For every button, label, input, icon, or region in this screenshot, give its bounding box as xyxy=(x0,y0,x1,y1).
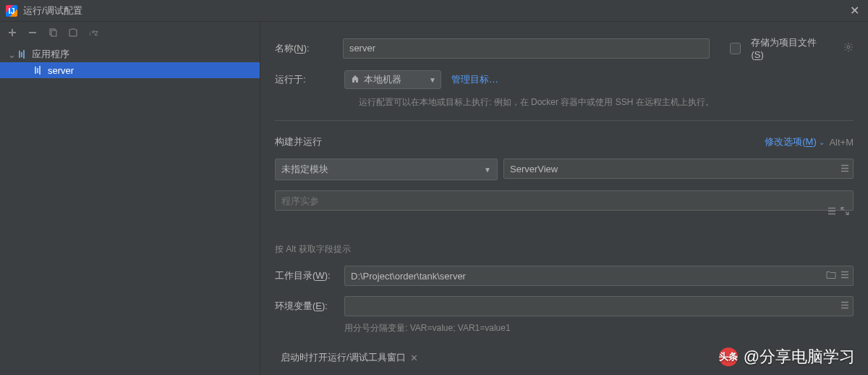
chevron-down-icon: ▼ xyxy=(429,76,436,84)
tree-root-applications[interactable]: ⌄ 应用程序 xyxy=(0,46,260,62)
workdir-input[interactable] xyxy=(344,266,854,286)
list-icon[interactable] xyxy=(827,206,836,217)
workdir-label: 工作目录(W): xyxy=(275,269,334,282)
run-config-icon xyxy=(35,66,45,75)
store-as-file-checkbox[interactable] xyxy=(730,43,741,54)
titlebar: IJ 运行/调试配置 ✕ xyxy=(0,0,868,22)
sidebar-toolbar: ↓ªz xyxy=(0,22,260,43)
watermark-text: @分享电脑学习 xyxy=(744,346,855,368)
divider xyxy=(275,120,854,121)
main-class-input[interactable] xyxy=(503,159,854,179)
app-icon: IJ xyxy=(6,5,17,17)
svg-rect-0 xyxy=(29,32,36,33)
store-as-file-label: 存储为项目文件(S) xyxy=(751,36,827,60)
row-name: 名称(N): 存储为项目文件(S) xyxy=(275,36,854,60)
list-icon[interactable] xyxy=(841,301,849,312)
run-on-hint: 运行配置可以在本地或目标上执行: 例如，在 Docker 容器中或使用 SSH … xyxy=(275,96,854,109)
add-icon[interactable] xyxy=(7,28,17,38)
watermark: 头条 @分享电脑学习 xyxy=(719,346,855,368)
copy-icon[interactable] xyxy=(48,28,58,38)
program-args-wrap xyxy=(275,190,854,233)
tree-item-server[interactable]: server xyxy=(0,62,260,78)
dialog-body: ↓ªz ⌄ 应用程序 server 名称(N): xyxy=(0,22,868,375)
name-input[interactable] xyxy=(343,38,710,59)
home-icon xyxy=(351,75,359,85)
modify-shortcut: Alt+M xyxy=(829,137,854,148)
module-dropdown[interactable]: 未指定模块 ▼ xyxy=(275,159,498,180)
tree-root-label: 应用程序 xyxy=(32,48,69,61)
close-icon[interactable]: ✕ xyxy=(847,4,862,17)
manage-targets-link[interactable]: 管理目标… xyxy=(451,73,498,86)
form-content: 名称(N): 存储为项目文件(S) 运行于: 本地机器 ▼ 管理目标… xyxy=(260,22,868,375)
expand-icon[interactable] xyxy=(841,206,849,217)
open-tool-window-pill[interactable]: 启动时打开运行/调试工具窗口 ✕ xyxy=(275,349,424,366)
module-value: 未指定模块 xyxy=(281,163,328,176)
chevron-down-icon: ⌄ xyxy=(7,49,16,60)
modify-options-link[interactable]: 修改选项(M) ⌄ xyxy=(765,135,825,148)
alt-hint: 按 Alt 获取字段提示 xyxy=(275,243,854,256)
list-icon[interactable] xyxy=(841,164,849,175)
pill-label: 启动时打开运行/调试工具窗口 xyxy=(281,351,406,364)
env-input[interactable] xyxy=(344,296,854,316)
env-hint: 用分号分隔变量: VAR=value; VAR1=value1 xyxy=(275,322,854,334)
run-on-value: 本地机器 xyxy=(364,73,401,86)
list-icon[interactable] xyxy=(841,271,849,282)
row-workdir: 工作目录(W): xyxy=(275,266,854,286)
window-title: 运行/调试配置 xyxy=(23,4,841,17)
chevron-down-icon: ▼ xyxy=(484,166,491,174)
save-icon[interactable] xyxy=(68,28,78,38)
remove-icon[interactable] xyxy=(27,28,38,38)
close-icon[interactable]: ✕ xyxy=(410,353,418,363)
config-tree: ⌄ 应用程序 server xyxy=(0,43,260,375)
row-run-on: 运行于: 本地机器 ▼ 管理目标… xyxy=(275,70,854,89)
browse-folder-icon[interactable] xyxy=(826,271,836,282)
run-on-dropdown[interactable]: 本地机器 ▼ xyxy=(344,70,441,89)
row-module-class: 未指定模块 ▼ xyxy=(275,159,854,180)
name-label: 名称(N): xyxy=(275,42,333,55)
main-class-field-wrap xyxy=(503,159,854,180)
run-on-label: 运行于: xyxy=(275,73,334,86)
section-build-run: 构建并运行 修改选项(M) ⌄ Alt+M xyxy=(275,135,854,148)
svg-point-3 xyxy=(847,46,850,49)
watermark-logo: 头条 xyxy=(719,347,738,366)
applications-icon xyxy=(19,50,29,59)
row-env: 环境变量(E): xyxy=(275,296,854,316)
gear-icon[interactable] xyxy=(843,42,854,54)
build-run-title: 构建并运行 xyxy=(275,135,322,148)
env-label: 环境变量(E): xyxy=(275,300,334,313)
sidebar: ↓ªz ⌄ 应用程序 server xyxy=(0,22,260,375)
tree-item-label: server xyxy=(48,65,74,76)
program-args-input[interactable] xyxy=(275,190,854,211)
svg-rect-2 xyxy=(51,30,56,36)
sort-icon[interactable]: ↓ªz xyxy=(88,28,98,38)
